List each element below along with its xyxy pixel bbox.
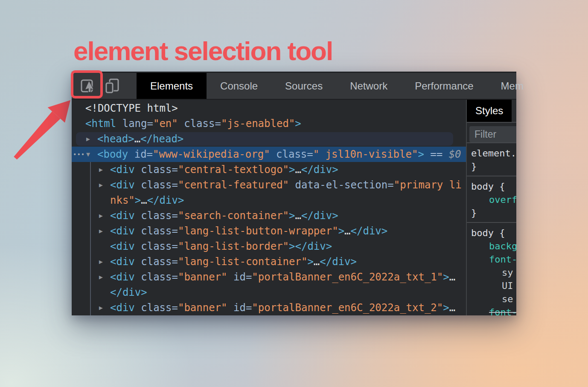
code-token: "lang-list-border" [178,240,289,252]
expand-arrow-right-icon[interactable]: ▶ [99,254,103,269]
code-token: <div [110,210,135,222]
device-toolbar-button[interactable] [105,78,119,94]
css-line: backg [471,240,516,253]
css-line: element. [471,147,516,160]
dom-row[interactable]: ▶<div class="central-textlogo">…</div> [72,162,466,177]
code-token: … [134,133,140,145]
code-token: "banner" [178,302,227,314]
expand-arrow-down-icon[interactable]: ▼ [86,147,90,162]
code-token: > [418,148,424,160]
code-token: id= [227,271,252,283]
code-token: > [289,210,295,222]
code-token: </div> [110,286,147,298]
code-token: "lang-list-button-wrapper" [178,225,338,237]
styles-filter-row: Filter [467,123,516,143]
css-line: overf [471,193,516,206]
dom-row[interactable]: ▶<head>…</head> [72,131,466,147]
code-token: <div [110,302,135,314]
code-token: "search-container" [178,210,289,222]
code-token: … [141,194,147,206]
code-token: <div [110,225,135,237]
tab-sources[interactable]: Sources [271,73,336,99]
dom-row[interactable]: ▶<div class="lang-list-container">…</div… [72,254,466,269]
code-token: class= [135,164,178,176]
expand-arrow-right-icon[interactable]: ▶ [86,131,90,147]
expand-arrow-right-icon[interactable]: ▶ [99,177,103,193]
code-token: <html [85,118,116,130]
css-line: font- [471,306,516,315]
code-token: "central-featured" [178,179,289,191]
code-token: > [289,164,295,176]
tab-performance[interactable]: Performance [401,73,487,99]
dom-row[interactable]: nks">…</div> [72,193,466,208]
expand-arrow-right-icon[interactable]: ▶ [99,300,103,315]
code-token: data-el-section= [289,179,394,191]
code-token: class= [135,225,178,237]
css-rule: body {backgfont-syUIsefont- [467,223,516,315]
dom-row[interactable]: ▶<div class="lang-list-button-wrapper">…… [72,223,466,239]
dom-row[interactable]: <!DOCTYPE html> [72,101,466,116]
code-token: class= [178,118,221,130]
css-rule: element.} [467,143,516,176]
expand-arrow-right-icon[interactable]: ▶ [99,162,103,177]
code-token: "central-textlogo" [178,164,289,176]
css-line: sy [471,266,516,279]
code-token: "js-enabled" [221,118,295,130]
code-token: </div> [320,256,357,268]
code-token: <!DOCTYPE html> [85,102,178,114]
code-token: "portalBanner_en6C_2022a_txt_1" [252,271,443,283]
code-token: $0 [449,148,461,160]
dom-row[interactable]: <div class="lang-list-border"></div> [72,239,466,254]
code-token: lang= [116,118,153,130]
code-token: "lang-list-container" [178,256,307,268]
overflow-dots-icon[interactable]: ••• [73,147,85,162]
css-line: font- [471,253,516,266]
code-token: > [443,271,449,283]
code-token: … [295,164,301,176]
dom-row[interactable]: ▶<div class="banner" id="portalBanner_en… [72,269,466,285]
dom-row[interactable]: <html lang="en" class="js-enabled"> [72,116,466,131]
dom-row[interactable]: •••▼<body id="www-wikipedia-org" class="… [72,147,466,162]
tab-console[interactable]: Console [207,73,271,99]
annotation-title: element selection tool [73,36,332,66]
code-token: nks" [110,194,135,206]
code-token: id= [227,302,252,314]
code-token: <div [110,271,135,283]
code-token: id= [128,148,153,160]
dom-tree: <!DOCTYPE html><html lang="en" class="js… [72,100,466,315]
code-token: > [307,256,313,268]
annotation-highlight-box [71,70,103,98]
code-token: … [314,256,320,268]
expand-arrow-right-icon[interactable]: ▶ [99,269,103,285]
code-token: "primary li [394,179,462,191]
tab-network[interactable]: Network [336,73,401,99]
code-token: class= [135,256,178,268]
code-token: class= [135,240,178,252]
dom-row[interactable]: ▶<div class="banner" id="portalBanner_en… [72,300,466,315]
dom-row[interactable]: </div> [72,285,466,300]
expand-arrow-right-icon[interactable]: ▶ [99,223,103,239]
css-line: body { [471,226,516,240]
code-token: <div [110,256,135,268]
code-token: class= [135,179,178,191]
css-line: UI [471,279,516,292]
code-token: … [449,271,455,283]
code-token: ></div> [289,240,332,252]
code-token: </div> [301,210,338,222]
code-token: … [344,225,350,237]
tab-styles[interactable]: Styles [467,100,512,122]
page-background: element selection tool [0,0,588,387]
dom-row[interactable]: ▶<div class="search-container">…</div> [72,208,466,223]
styles-filter-input[interactable]: Filter [469,126,516,142]
css-line: body { [471,180,516,193]
code-token: > [295,118,301,130]
code-token: class= [135,271,178,283]
code-token: > [443,302,449,314]
code-token: <head> [97,133,134,145]
expand-arrow-right-icon[interactable]: ▶ [99,208,103,223]
devtools-window: ElementsConsoleSourcesNetworkPerformance… [72,72,516,315]
tab-mem[interactable]: Mem [487,73,537,99]
tab-elements[interactable]: Elements [137,73,207,99]
dom-row[interactable]: ▶<div class="central-featured" data-el-s… [72,177,466,193]
code-token: </div> [147,194,184,206]
